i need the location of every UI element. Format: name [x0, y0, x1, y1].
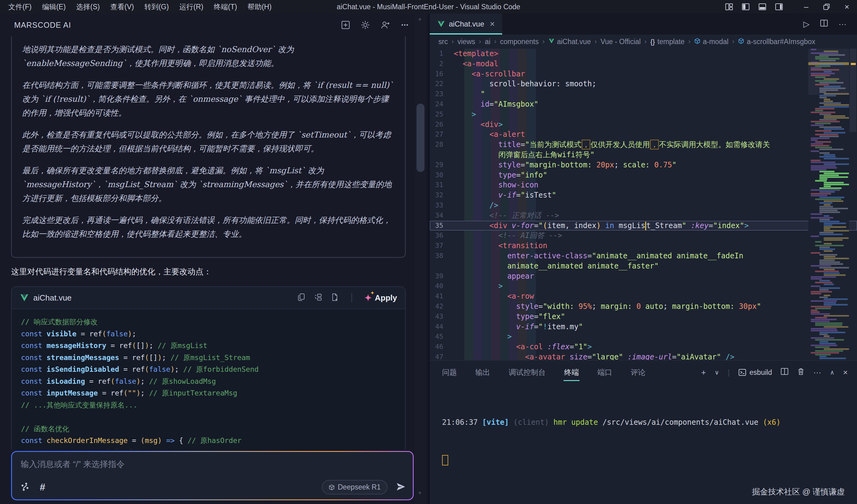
- editor-line[interactable]: 38enter-active-class="animate__animated …: [430, 251, 857, 261]
- menu-item-3[interactable]: 查看(V): [105, 0, 139, 14]
- editor-line[interactable]: 43type="flex": [430, 312, 857, 322]
- breadcrumb-item[interactable]: aiChat.vue: [549, 38, 591, 46]
- editor-line[interactable]: 30type="info": [430, 170, 857, 180]
- editor-line[interactable]: 46<a-col :flex="1">: [430, 342, 857, 352]
- editor-line[interactable]: 16<a-scrollbar: [430, 69, 857, 79]
- editor-line[interactable]: 28title="当前为测试模式，仅供开发人员使用，不实际调用大模型。如需修改请…: [430, 140, 857, 150]
- editor-line[interactable]: 32v-if="isTest": [430, 190, 857, 200]
- terminal-tab-终端[interactable]: 终端: [564, 362, 579, 383]
- new-terminal-icon[interactable]: +: [701, 368, 706, 377]
- terminal-tab-问题[interactable]: 问题: [441, 362, 457, 383]
- code-token: [21, 449, 30, 450]
- editor-line[interactable]: 26<div>: [430, 120, 857, 130]
- customize-layout-icon[interactable]: [725, 3, 733, 11]
- editor-line[interactable]: 27<a-alert: [430, 130, 857, 140]
- breadcrumb-item[interactable]: src: [438, 38, 448, 46]
- breadcrumb-separator: ›: [452, 38, 454, 46]
- close-panel-icon[interactable]: ×: [843, 368, 848, 377]
- editor-line[interactable]: 45>: [430, 332, 857, 342]
- toggle-sidebar-icon[interactable]: [742, 3, 750, 11]
- run-icon[interactable]: ▷: [803, 19, 809, 29]
- terminal-tab-评论[interactable]: 评论: [630, 362, 646, 383]
- terminal-tab-调试控制台[interactable]: 调试控制台: [508, 362, 546, 383]
- terminal-tab-端口[interactable]: 端口: [597, 362, 613, 383]
- minimap[interactable]: [808, 49, 849, 360]
- chat-scroll-thumb[interactable]: [417, 104, 424, 172]
- breadcrumb-item[interactable]: a-scrollbar#AImsgbox: [738, 38, 815, 46]
- menu-item-5[interactable]: 运行(R): [174, 0, 209, 14]
- copy-icon[interactable]: [297, 293, 306, 303]
- minimize-button[interactable]: –: [796, 0, 816, 14]
- editor-line[interactable]: 37<transition: [430, 241, 857, 251]
- editor-line[interactable]: 31show-icon: [430, 180, 857, 190]
- editor-line[interactable]: 闭弹窗后点右上角wifi符号": [430, 150, 857, 160]
- apply-button[interactable]: ✦✦ Apply: [364, 293, 397, 303]
- menu-item-2[interactable]: 选择(S): [71, 0, 105, 14]
- chat-scrollbar[interactable]: ▲ ▼: [415, 14, 426, 504]
- slash-command-icon[interactable]: [20, 482, 30, 493]
- kill-terminal-icon[interactable]: [797, 367, 805, 377]
- terminal-process[interactable]: esbuild: [738, 368, 772, 377]
- editor-line[interactable]: 2<a-modal: [430, 59, 857, 69]
- editor-line[interactable]: 36<!-- AI回答 -->: [430, 231, 857, 241]
- tab-aichat-vue[interactable]: aiChat.vue ×: [430, 14, 502, 35]
- toggle-secondary-sidebar-icon[interactable]: [775, 3, 783, 11]
- restore-button[interactable]: [816, 0, 837, 14]
- code-card-actions: ✦✦ Apply: [297, 293, 397, 303]
- editor-line[interactable]: 29style="margin-bottom: 20px; scale: 0.7…: [430, 160, 857, 170]
- editor-line[interactable]: 39appear: [430, 271, 857, 282]
- code-area[interactable]: 1<template>2<a-modal16<a-scrollbar22scro…: [430, 49, 857, 360]
- breadcrumb-item[interactable]: views: [457, 38, 475, 46]
- settings-gear-icon[interactable]: [361, 20, 370, 30]
- menu-item-7[interactable]: 帮助(H): [242, 0, 277, 14]
- new-file-icon[interactable]: [331, 293, 339, 303]
- editor-line[interactable]: 34<!-- 正常对话 -->: [430, 211, 857, 221]
- scroll-up-icon[interactable]: ▲: [417, 16, 422, 21]
- insert-diff-icon[interactable]: [314, 293, 322, 303]
- scroll-down-icon[interactable]: ▼: [417, 490, 422, 496]
- editor-line[interactable]: 24id="AImsgbox": [430, 99, 857, 110]
- editor-line[interactable]: 47<a-avatar size="large" :image-url="aiA…: [430, 352, 857, 360]
- breadcrumb-item[interactable]: Vue - Official: [601, 38, 641, 46]
- editor-line[interactable]: animate__animated animate__faster": [430, 261, 857, 271]
- editor-scroll-thumb[interactable]: [850, 49, 856, 132]
- split-terminal-icon[interactable]: [780, 367, 789, 377]
- tab-close-icon[interactable]: ×: [490, 19, 495, 29]
- terminal-more-icon[interactable]: ···: [813, 368, 821, 377]
- chat-input[interactable]: [21, 459, 404, 476]
- toggle-panel-icon[interactable]: [758, 3, 766, 11]
- account-icon[interactable]: [381, 20, 390, 30]
- editor-line[interactable]: 25>: [430, 110, 857, 120]
- breadcrumb-item[interactable]: a-modal: [694, 38, 728, 46]
- editor-line[interactable]: 41<a-row: [430, 291, 857, 301]
- breadcrumb-item[interactable]: components: [500, 38, 539, 46]
- editor-line[interactable]: 42style="width: 95%; margin: 0 auto; mar…: [430, 301, 857, 312]
- terminal-dropdown-icon[interactable]: ∨: [715, 369, 719, 376]
- terminal-tab-输出[interactable]: 输出: [475, 362, 491, 383]
- terminal-output[interactable]: 21:06:37 [vite] (client) hmr update /src…: [442, 391, 780, 490]
- menu-item-4[interactable]: 转到(G): [139, 0, 174, 14]
- menu-item-0[interactable]: 文件(F): [3, 0, 37, 14]
- editor-more-icon[interactable]: ···: [839, 19, 846, 29]
- breadcrumb-item[interactable]: {}template: [651, 38, 685, 46]
- context-hash-icon[interactable]: #: [40, 482, 45, 493]
- editor-line[interactable]: 22scroll-behavior: smooth;: [430, 79, 857, 89]
- new-chat-icon[interactable]: [341, 20, 350, 30]
- close-button[interactable]: ×: [837, 0, 857, 14]
- breadcrumb-item[interactable]: ai: [485, 38, 490, 46]
- menu-item-6[interactable]: 终端(T): [209, 0, 242, 14]
- editor-line[interactable]: 44v-if="!item.my": [430, 322, 857, 332]
- editor-scrollbar[interactable]: [849, 49, 857, 360]
- minimap-line: [819, 176, 848, 178]
- editor-line[interactable]: 23": [430, 89, 857, 99]
- editor-line[interactable]: 33/>: [430, 200, 857, 211]
- editor-line[interactable]: 40>: [430, 281, 857, 291]
- editor-line[interactable]: 1<template>: [430, 49, 857, 59]
- menu-item-1[interactable]: 编辑(E): [37, 0, 71, 14]
- more-actions-icon[interactable]: [400, 20, 409, 30]
- model-selector[interactable]: Deepseek R1: [322, 480, 387, 494]
- split-editor-icon[interactable]: [820, 19, 828, 29]
- maximize-panel-icon[interactable]: ∧: [830, 369, 835, 376]
- send-icon[interactable]: [396, 482, 406, 493]
- editor-line[interactable]: 35<div v-for="(item, index) in msgList_S…: [430, 221, 857, 231]
